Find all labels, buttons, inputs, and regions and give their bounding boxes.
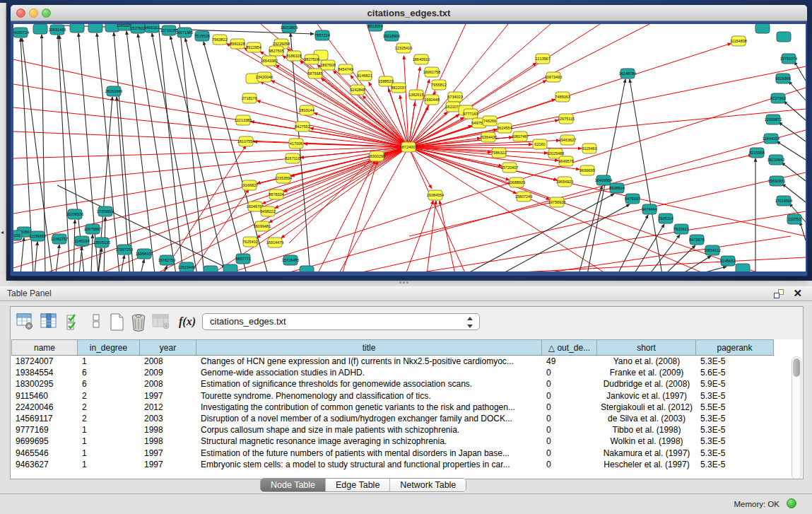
network-node-yellow[interactable]: 5875685 <box>307 69 322 78</box>
network-node-teal[interactable]: 1527602 <box>130 24 145 33</box>
network-node-teal[interactable]: 6479197 <box>625 194 640 204</box>
network-node-yellow[interactable]: 12213383 <box>235 115 252 125</box>
network-node-yellow[interactable]: 10807487 <box>512 132 529 141</box>
network-node-teal[interactable]: 20206536 <box>66 209 83 219</box>
network-node-yellow[interactable]: 16914479 <box>266 238 283 247</box>
network-node-teal[interactable]: 39159 <box>13 230 22 240</box>
network-node-yellow[interactable]: 20364436 <box>480 132 497 142</box>
network-node-teal[interactable]: 16958107 <box>136 249 153 259</box>
network-node-teal[interactable]: 7632621 <box>673 224 688 234</box>
network-node-yellow[interactable]: 8960128 <box>230 39 245 49</box>
network-node-teal[interactable]: 12444154 <box>763 134 779 144</box>
table-row[interactable]: 911546021997Tourette syndrome. Phenomeno… <box>11 391 781 402</box>
network-node-teal[interactable]: 26053346 <box>105 86 122 96</box>
table-settings-icon[interactable] <box>16 313 35 332</box>
network-node-teal[interactable]: 24055724 <box>13 28 29 37</box>
tab-node-table[interactable]: Node Table <box>261 479 326 491</box>
table-row[interactable]: 1456911722003Disruption of a novel membe… <box>11 414 781 425</box>
network-node-yellow[interactable]: 16961758 <box>423 67 440 77</box>
tab-edge-table[interactable]: Edge Table <box>326 479 390 491</box>
network-node-yellow[interactable]: 7963822 <box>212 35 227 45</box>
network-node-teal[interactable]: 11156869 <box>29 231 46 241</box>
network-node-yellow[interactable]: 12325419 <box>395 43 412 53</box>
network-node-teal[interactable]: 13505135 <box>93 238 110 247</box>
network-node-yellow[interactable]: 15807249 <box>515 192 532 201</box>
network-node-yellow[interactable]: 10688609 <box>508 177 525 187</box>
table-row[interactable]: 1830029562008Estimation of significance … <box>11 379 781 390</box>
column-header-pagerank[interactable]: pagerank <box>696 339 774 356</box>
network-node-yellow[interactable]: 12353594 <box>275 173 292 183</box>
network-node-yellow[interactable]: 1213967 <box>535 54 550 64</box>
network-node-yellow[interactable]: 7955812 <box>431 80 446 90</box>
network-node-yellow[interactable]: 8878334 <box>269 189 283 199</box>
network-node-teal[interactable] <box>204 266 218 271</box>
network-node-teal[interactable]: 9227343 <box>770 93 785 103</box>
network-node-teal[interactable] <box>755 24 770 33</box>
network-node-teal[interactable] <box>300 266 314 271</box>
network-node-teal[interactable]: 10975887 <box>84 224 101 234</box>
table-row[interactable]: 1872400712008Changes of HCN gene express… <box>11 356 781 368</box>
network-node-yellow[interactable]: 8427552 <box>295 122 310 132</box>
network-node-yellow[interactable]: 18724007 <box>400 142 417 152</box>
column-header-in_degree[interactable]: in_degree <box>78 339 140 356</box>
network-node-yellow[interactable]: 9115460 <box>582 144 596 153</box>
network-node-yellow[interactable]: 1990448 <box>424 95 439 105</box>
network-node-teal[interactable]: 19218906 <box>383 31 400 41</box>
network-node-yellow[interactable]: 9146821 <box>357 71 372 81</box>
network-node-yellow[interactable]: 8454749 <box>338 64 353 74</box>
column-header-out_de[interactable]: △ out_de... <box>542 339 597 356</box>
network-node-yellow[interactable]: 18107554 <box>237 136 254 146</box>
table-row[interactable]: 969969511998Structural magnetic resonanc… <box>11 436 781 448</box>
network-node-yellow[interactable]: 1621072 <box>445 102 460 112</box>
network-node-teal[interactable]: 110753 <box>787 214 801 224</box>
network-node-teal[interactable] <box>736 264 750 271</box>
network-node-teal[interactable]: 16671385 <box>176 28 193 37</box>
table-row[interactable]: 977716911998Corpus callosum shape and si… <box>11 425 781 436</box>
pane-collapse-arrow-icon[interactable]: ◂ <box>1 229 4 235</box>
network-node-teal[interactable]: 7857224 <box>314 30 329 40</box>
network-node-yellow[interactable]: 9649578 <box>558 156 573 166</box>
network-node-yellow[interactable]: 11154808 <box>730 36 747 46</box>
network-node-teal[interactable]: 16409954 <box>595 175 612 185</box>
network-node-teal[interactable]: 15692931 <box>768 176 785 186</box>
network-node-teal[interactable]: 2935114 <box>658 214 673 223</box>
column-header-year[interactable]: year <box>140 339 196 356</box>
network-node-teal[interactable]: 8938924 <box>609 183 624 193</box>
network-node-yellow[interactable]: 2718176 <box>242 93 257 103</box>
scrollbar-thumb[interactable] <box>793 358 800 377</box>
network-node-yellow[interactable]: 9699695 <box>579 165 594 175</box>
network-node-yellow[interactable]: 9242848 <box>350 85 365 95</box>
network-node-yellow[interactable]: 7485063 <box>555 92 570 102</box>
float-panel-icon[interactable] <box>774 289 784 298</box>
network-node-yellow[interactable]: 9498222 <box>260 206 275 216</box>
close-panel-icon[interactable]: ✕ <box>793 287 802 300</box>
network-node-yellow[interactable]: 8822037 <box>391 83 406 93</box>
network-node-teal[interactable] <box>88 24 102 33</box>
delete-table-icon[interactable] <box>129 313 148 332</box>
network-node-teal[interactable]: 6466162 <box>144 24 159 33</box>
network-node-yellow[interactable]: 9827505 <box>269 46 283 56</box>
network-node-yellow[interactable]: 12975115 <box>558 114 575 124</box>
function-builder-icon[interactable]: f(x) <box>179 315 197 335</box>
network-node-teal[interactable]: 30691406 <box>49 25 66 35</box>
network-node-yellow[interactable]: 417006 <box>289 139 303 148</box>
network-node-yellow[interactable]: 16543382 <box>261 56 278 66</box>
network-node-teal[interactable]: 9857771 <box>235 254 250 264</box>
network-node-teal[interactable]: 17957253 <box>116 245 133 255</box>
table-row[interactable]: 2242004622012Investigating the contribut… <box>11 402 781 414</box>
network-node-yellow[interactable]: 8267110 <box>285 153 300 163</box>
network-node-yellow[interactable]: 16099481 <box>254 221 271 231</box>
network-node-teal[interactable]: 16148784 <box>619 69 636 78</box>
network-node-teal[interactable]: 7515526 <box>194 31 209 41</box>
window-titlebar[interactable]: citations_edges.txt <box>11 5 807 21</box>
row-boxes-icon[interactable] <box>88 313 107 332</box>
network-node-yellow[interactable]: 3624554 <box>497 123 512 133</box>
network-node-yellow[interactable]: 18640910 <box>413 54 430 64</box>
show-columns-icon[interactable] <box>40 313 59 332</box>
network-node-yellow[interactable]: 62160 <box>533 139 547 149</box>
memory-ok-indicator-icon[interactable] <box>787 498 796 508</box>
network-node-yellow[interactable]: 8186328 <box>286 51 301 61</box>
network-node-yellow[interactable]: 2867608 <box>320 60 335 70</box>
network-node-teal[interactable]: 9245652 <box>720 256 735 266</box>
tab-network-table[interactable]: Network Table <box>390 479 466 491</box>
